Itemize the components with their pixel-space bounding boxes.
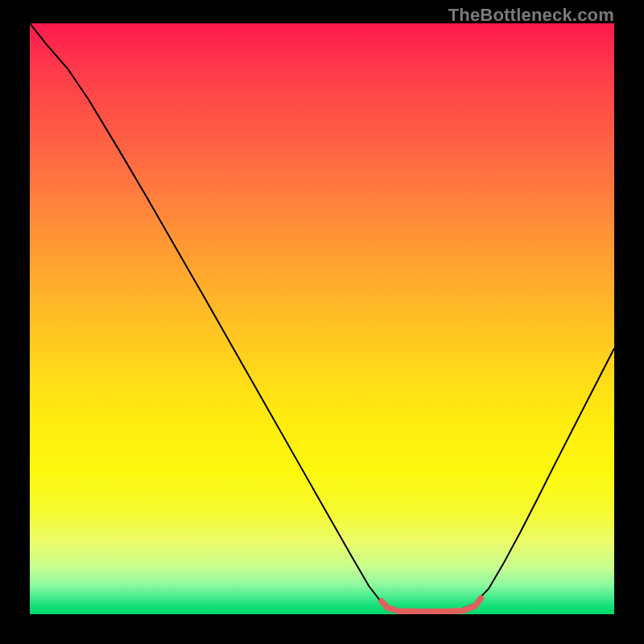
series-black-curve (30, 23, 614, 612)
chart-frame: TheBottleneck.com (0, 0, 644, 644)
series-red-marker-segment (382, 598, 481, 612)
chart-svg (0, 0, 644, 644)
